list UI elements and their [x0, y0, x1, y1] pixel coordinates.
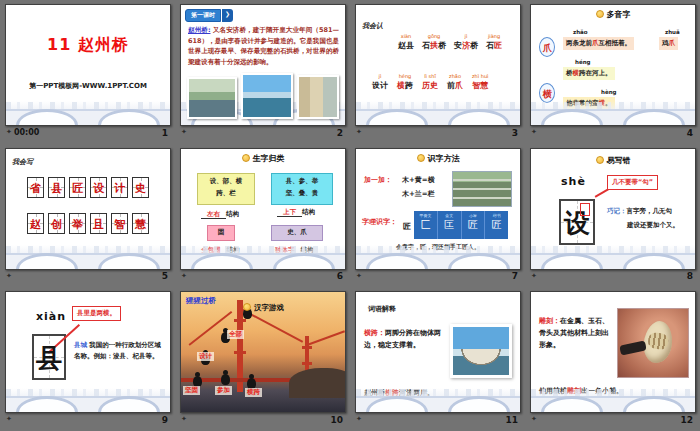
- pinyin: jì: [372, 73, 388, 80]
- sorter-cell-1: 11 赵州桥 第一PPT模板网-WWW.1PPT.COM ✦00:00 1: [0, 0, 175, 144]
- slide-3-thumbnail[interactable]: 我会认 xiàn赵县 gǒng石拱桥 jì安济桥 jiàng石匠 jì设计 hé…: [355, 4, 521, 126]
- add-formula-1: 木+黄=横: [402, 175, 435, 185]
- sorter-cell-6: 生字归类 设、部、横 跨、栏 县、参、举 坚、叠、贵 左右结构 上下结构 固 史…: [175, 144, 350, 288]
- animation-star-icon: ✦: [6, 273, 12, 280]
- game-word[interactable]: 全部: [227, 330, 244, 339]
- slide-number: 3: [512, 128, 518, 138]
- rehearsal-time: 00:00: [14, 128, 39, 137]
- write-char: 智: [112, 214, 127, 235]
- polyphone-char-heng: 横: [539, 83, 555, 103]
- sorter-cell-12: 雕刻：在金属、玉石、骨头及其他材料上刻出形象。 他用核桃雕刻出一条小船。 ✦ 1…: [525, 287, 700, 431]
- slide-8-thumbnail[interactable]: 易写错 shè 几不要带“勾” 设 巧记：言字旁，几无勾 建设还要加个又。: [530, 148, 696, 270]
- bridge-term: 赵州桥:: [188, 26, 210, 34]
- script-glyph: 匠: [462, 218, 485, 232]
- word-pre: 前: [447, 81, 455, 90]
- animation-star-icon: ✦: [181, 416, 187, 423]
- pinyin: zhǎo: [573, 29, 588, 35]
- railing-photo: [452, 171, 512, 207]
- slide-6-thumbnail[interactable]: 生字归类 设、部、横 跨、栏 县、参、举 坚、叠、贵 左右结构 上下结构 固 史…: [180, 148, 346, 270]
- slide-number: 6: [337, 271, 343, 281]
- sorter-cell-10: 全部 设计 坚固 参加 横跨 猩猩过桥 汉字游戏 ✦ 10: [175, 287, 350, 431]
- game-title: 猩猩过桥: [186, 296, 216, 306]
- word-pre: 赵县: [398, 41, 414, 50]
- slide-number: 9: [162, 415, 168, 425]
- example-sentence: 桥横跨在河上。: [563, 67, 615, 80]
- slide-number: 11: [505, 415, 518, 425]
- write-char: 且: [91, 214, 106, 235]
- mnemonic-text: 言字旁，几无勾: [627, 207, 673, 215]
- lesson-part-badge[interactable]: 第一课时 ❯: [185, 9, 233, 22]
- char-group-line: 县、参、举: [274, 175, 330, 187]
- slide-9-thumbnail[interactable]: xiàn 县里是两横。 县 县城 我国的一种行政划分区域名称。例如：浚县、杞县等…: [5, 291, 171, 413]
- pinyin: zhǎo: [447, 73, 463, 80]
- slide-12-thumbnail[interactable]: 雕刻：在金属、玉石、骨头及其他材料上刻出形象。 他用核桃雕刻出一条小船。: [530, 291, 696, 413]
- pinyin: héng: [575, 59, 591, 65]
- slide-11-thumbnail[interactable]: 词语解释 横跨：两脚分跨在物体两边，稳定支撑着。 赵州桥横跨河流两岸。: [355, 291, 521, 413]
- tianzige-box: 县: [48, 177, 65, 198]
- shore-rocks: [289, 368, 346, 398]
- enclosed-char-box: 固: [207, 225, 235, 241]
- tianzige-box: 史: [132, 177, 149, 198]
- definition-term: 横跨：: [364, 329, 385, 337]
- word-target: 智慧: [472, 81, 488, 90]
- polyphone-char: 横: [543, 89, 552, 99]
- definition-block: 县城 我国的一种行政划分区域名称。例如：浚县、杞县等。: [74, 340, 166, 361]
- bridge-watermark: [6, 101, 170, 125]
- bridge-watermark: [356, 388, 520, 412]
- word-target: 横: [397, 81, 405, 90]
- sorter-cell-4: 多音字 爪 横 zhǎo 两条龙前爪互相抵着。 zhuǎ 鸡爪 héng 桥横跨…: [525, 0, 700, 144]
- write-char: 举: [70, 214, 85, 235]
- game-word[interactable]: 设计: [197, 352, 214, 361]
- animation-star-icon: ✦: [6, 416, 12, 423]
- tianzige-box: 智: [111, 213, 128, 234]
- slide-footer: ✦ 8: [530, 270, 696, 283]
- stroke-callout: 县里是两横。: [72, 306, 121, 321]
- script-cell: 甲骨文匚: [414, 211, 438, 239]
- sorter-cell-7: 识字方法 加一加： 木+黄=横 木+兰=栏 字理识字： 匠 甲骨文匚 金文匞 小…: [350, 144, 525, 288]
- slide-1-thumbnail[interactable]: 11 赵州桥 第一PPT模板网-WWW.1PPT.COM: [5, 4, 171, 126]
- char-group-line: 史、爪: [274, 227, 320, 237]
- script-evolution-table: 甲骨文匚 金文匞 小篆匠 楷书匠: [414, 211, 508, 239]
- write-char: 县: [49, 178, 64, 199]
- pinyin: zhì huì: [472, 73, 489, 80]
- slide-number: 5: [162, 271, 168, 281]
- writing-grid-row-1: 省 县 匠 设 计 史: [6, 177, 170, 198]
- sent-target: 爪: [669, 39, 676, 47]
- slide-number: 4: [687, 128, 693, 138]
- tianzige-box: 省: [27, 177, 44, 198]
- game-word[interactable]: 横跨: [245, 388, 262, 397]
- slide-7-thumbnail[interactable]: 识字方法 加一加： 木+黄=横 木+兰=栏 字理识字： 匠 甲骨文匚 金文匞 小…: [355, 148, 521, 270]
- slide-footer: ✦00:00 1: [5, 126, 171, 139]
- carved-egg: [641, 320, 675, 365]
- slide-4-thumbnail[interactable]: 多音字 爪 横 zhǎo 两条龙前爪互相抵着。 zhuǎ 鸡爪 héng 桥横跨…: [530, 4, 696, 126]
- bridge-cable: [307, 331, 345, 346]
- bridge-watermark: [181, 245, 345, 269]
- game-word[interactable]: 参加: [215, 386, 232, 395]
- write-char: 创: [49, 214, 64, 235]
- slide-footer: ✦ 7: [355, 270, 521, 283]
- smiley-icon: [242, 154, 250, 162]
- bridge-watermark: [356, 245, 520, 269]
- game-word[interactable]: 坚固: [183, 386, 200, 395]
- slide-5-thumbnail[interactable]: 我会写 省 县 匠 设 计 史 赵 创 举 且 智 慧: [5, 148, 171, 270]
- slide-2-thumbnail[interactable]: 第一课时 ❯ 赵州桥: 又名安济桥，建于隋开皇大业年间（581—618），是由李…: [180, 4, 346, 126]
- slide-number: 12: [680, 415, 693, 425]
- slide-footer: ✦ 5: [5, 270, 171, 283]
- bridge-intro-text: 又名安济桥，建于隋开皇大业年间（581—618），是由李春设计并参与建造的。它是…: [188, 26, 339, 66]
- example-word: 鸡爪: [659, 37, 678, 50]
- pinyin-she: shè: [561, 175, 586, 188]
- structure-word: 结构: [226, 210, 239, 218]
- bridge-watermark: [6, 388, 170, 412]
- animation-star-icon: ✦: [531, 273, 537, 280]
- vocab-row-2: jì设计 héng横跨 lì shǐ历史 zhǎo前爪 zhì huì智慧: [372, 73, 489, 91]
- smiley-icon: [243, 303, 251, 311]
- script-cell: 小篆匠: [462, 211, 486, 239]
- write-char: 史: [133, 178, 148, 199]
- chevron-right-icon: ❯: [222, 9, 233, 22]
- word-pre: 安: [454, 41, 462, 50]
- write-char: 计: [112, 178, 127, 199]
- slide-10-thumbnail[interactable]: 全部 设计 坚固 参加 横跨 猩猩过桥 汉字游戏: [180, 291, 346, 413]
- write-char: 慧: [133, 214, 148, 235]
- pinyin: xiàn: [398, 33, 414, 40]
- bridge-photo-3: [297, 75, 339, 119]
